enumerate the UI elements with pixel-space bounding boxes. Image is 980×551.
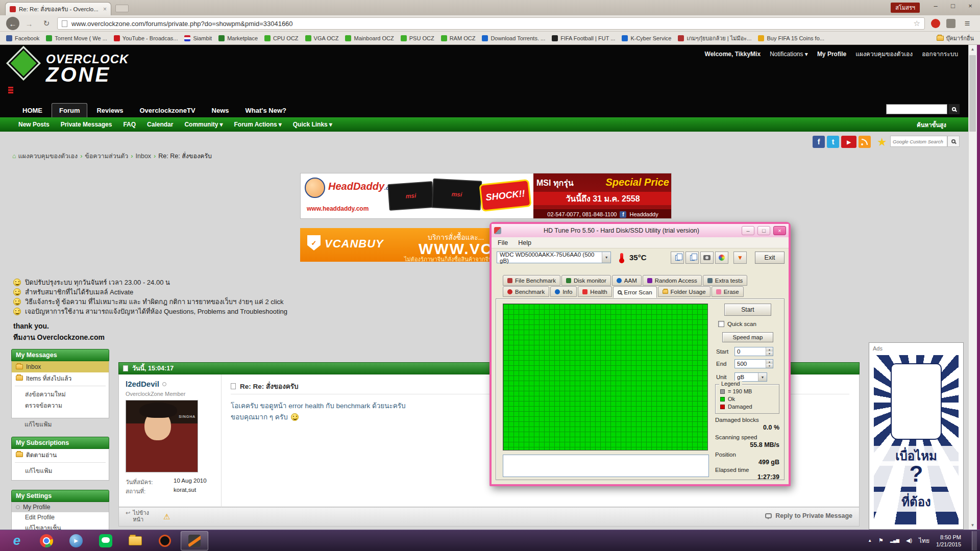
- bookmark-fifa[interactable]: FIFA Football | FUT ...: [549, 34, 618, 42]
- window-close-button[interactable]: ×: [962, 0, 979, 11]
- bookmark-torrent[interactable]: Torrent Move ( We ...: [43, 34, 110, 42]
- action-center-icon[interactable]: [878, 537, 884, 544]
- refresh-button[interactable]: [40, 17, 53, 30]
- nav-home[interactable]: HOME: [15, 104, 50, 117]
- site-search-button[interactable]: [948, 104, 960, 114]
- headdaddy-banner[interactable]: HeadDaddy.com www.headdaddy.com msi msi …: [300, 173, 672, 219]
- subnav-faq[interactable]: FAQ: [123, 121, 136, 128]
- bookmark-star-icon[interactable]: [914, 19, 920, 28]
- bookmark-psu-ocz[interactable]: PSU OCZ: [398, 34, 437, 42]
- taskbar-player2[interactable]: [151, 531, 179, 550]
- options-button[interactable]: [715, 252, 728, 264]
- subnav-forum-actions[interactable]: Forum Actions: [234, 121, 281, 128]
- browser-tab[interactable]: Re: Re: สั่งของครับ - Overclo... ×: [5, 2, 111, 15]
- volume-icon[interactable]: [906, 537, 912, 544]
- bookmark-fifa-coins[interactable]: Buy FIFA 15 Coins fo...: [755, 34, 827, 42]
- bookmark-game[interactable]: เกมๆกุ๋ยบอกล้วย | ไม่มีอะ...: [675, 33, 754, 44]
- sidebar-item-subscriptions[interactable]: ติดตามอ่าน: [12, 449, 109, 460]
- scrollbar-thumb[interactable]: [969, 55, 976, 132]
- post-author[interactable]: l2edDevil: [126, 380, 166, 388]
- sidebar-item-inbox[interactable]: Inbox: [12, 361, 109, 372]
- tab-info[interactable]: Info: [550, 286, 577, 297]
- menu-help[interactable]: Help: [518, 239, 531, 246]
- tray-expand-icon[interactable]: [868, 538, 872, 543]
- twitter-icon[interactable]: t: [827, 136, 839, 148]
- back-button[interactable]: [6, 17, 19, 30]
- network-icon[interactable]: [890, 538, 899, 543]
- warning-icon[interactable]: [163, 512, 170, 521]
- tab-disk-monitor[interactable]: Disk monitor: [561, 275, 611, 286]
- new-tab-button[interactable]: [115, 5, 129, 12]
- taskbar-internet-explorer[interactable]: [3, 531, 31, 550]
- sidebar-item-edit-profile[interactable]: Edit Profile: [12, 512, 109, 522]
- window-minimize-button[interactable]: –: [927, 0, 944, 11]
- sidebar-link-new-message[interactable]: ส่งข้อความใหม่: [12, 388, 109, 399]
- copy-to-file-button[interactable]: [685, 252, 699, 264]
- my-profile-link[interactable]: My Profile: [817, 51, 846, 58]
- sidebar-link-edit-folders[interactable]: แก้ไขแฟ้ม: [11, 418, 109, 430]
- nav-whats-new[interactable]: What's New?: [238, 104, 293, 117]
- copy-button[interactable]: [671, 252, 684, 264]
- hdtune-close-button[interactable]: ×: [773, 226, 786, 235]
- advanced-search-link[interactable]: ค้นหาขั้นสูง: [917, 120, 946, 130]
- sidebar-link-track-message[interactable]: ตรวจข้อความ: [12, 399, 109, 411]
- sidebar-item-edit-signature[interactable]: แก้ไขลายเซ็น: [12, 522, 109, 530]
- show-desktop-button[interactable]: [972, 531, 977, 550]
- window-maximize-button[interactable]: □: [944, 0, 962, 11]
- subnav-new-posts[interactable]: New Posts: [18, 121, 50, 128]
- bookmark-ram-ocz[interactable]: RAM OCZ: [438, 34, 479, 42]
- url-bar[interactable]: www.overclockzone.com/forums/private.php…: [57, 17, 925, 30]
- tab-health[interactable]: Health: [578, 286, 611, 297]
- scrollbar-down-arrow[interactable]: [968, 521, 977, 530]
- hdtune-minimize-button[interactable]: –: [742, 226, 754, 235]
- notifications-link[interactable]: Notifications: [770, 51, 808, 58]
- bookmark-kcyber[interactable]: K-Cyber Service: [619, 34, 674, 42]
- tab-folder-usage[interactable]: Folder Usage: [658, 286, 710, 297]
- sidebar-item-my-profile[interactable]: My Profile: [12, 502, 109, 512]
- bookmark-siambit[interactable]: Siambit: [181, 34, 215, 42]
- spinner-arrows[interactable]: [766, 360, 773, 368]
- taskbar-line[interactable]: [92, 531, 119, 550]
- bookmark-mainboard-ocz[interactable]: Mainboard OCZ: [342, 34, 397, 42]
- scan-log-box[interactable]: [503, 455, 709, 477]
- browser-menu-icon[interactable]: [961, 17, 974, 30]
- menu-file[interactable]: File: [498, 239, 508, 246]
- tab-erase[interactable]: Erase: [712, 286, 744, 297]
- breadcrumb-control-panel[interactable]: แผงควบคุมของตัวเอง: [18, 153, 78, 160]
- quick-scan-option[interactable]: Quick scan: [718, 321, 756, 327]
- screenshot-button[interactable]: [700, 252, 714, 264]
- bookmark-other-folder[interactable]: บุ๊คมาร์กอื่น: [934, 33, 977, 44]
- exit-button[interactable]: Exit: [755, 252, 785, 264]
- tab-error-scan[interactable]: Error Scan: [613, 286, 657, 298]
- facebook-icon[interactable]: f: [813, 136, 825, 148]
- control-panel-link[interactable]: แผงควบคุมของตัวเอง: [855, 49, 913, 59]
- hdtune-title-bar[interactable]: HD Tune Pro 5.50 - Hard Disk/SSD Utility…: [492, 224, 789, 237]
- reply-to-private-message-button[interactable]: Reply to Private Message: [721, 512, 852, 519]
- start-field[interactable]: 0: [734, 347, 773, 356]
- bookmark-download[interactable]: Download Torrents. ...: [479, 34, 548, 42]
- nav-news[interactable]: News: [205, 104, 236, 117]
- youtube-icon[interactable]: [841, 136, 856, 148]
- hdtune-maximize-button[interactable]: □: [757, 226, 770, 235]
- nav-reviews[interactable]: Reviews: [89, 104, 130, 117]
- taskbar-hdtune[interactable]: [181, 531, 208, 550]
- tab-benchmark[interactable]: Benchmark: [503, 286, 549, 297]
- tab-random-access[interactable]: Random Access: [643, 275, 702, 286]
- dropdown-arrow-icon[interactable]: [602, 252, 610, 263]
- tab-file-benchmark[interactable]: File Benchmark: [503, 275, 560, 286]
- breadcrumb-inbox[interactable]: Inbox: [136, 153, 152, 160]
- site-search-input[interactable]: [886, 104, 947, 114]
- end-field[interactable]: 500: [734, 359, 773, 368]
- logo-text-zone[interactable]: ZONE: [46, 64, 111, 85]
- bookmark-marketplace[interactable]: Marketplace: [215, 34, 261, 42]
- bookmark-facebook[interactable]: Facebook: [3, 34, 42, 42]
- tab-aam[interactable]: AAM: [612, 275, 642, 286]
- tab-extra-tests[interactable]: Extra tests: [703, 275, 747, 286]
- scrollbar-up-arrow[interactable]: [968, 45, 977, 54]
- sidebar-link-edit-folders-2[interactable]: แก้ไขแฟ้ม: [12, 465, 109, 476]
- logout-link[interactable]: ออกจากระบบ: [922, 49, 958, 59]
- taskbar-explorer[interactable]: [121, 531, 149, 550]
- speed-map-button[interactable]: Speed map: [722, 332, 773, 342]
- spinner-arrows[interactable]: [766, 347, 773, 356]
- forward-button[interactable]: [22, 17, 36, 30]
